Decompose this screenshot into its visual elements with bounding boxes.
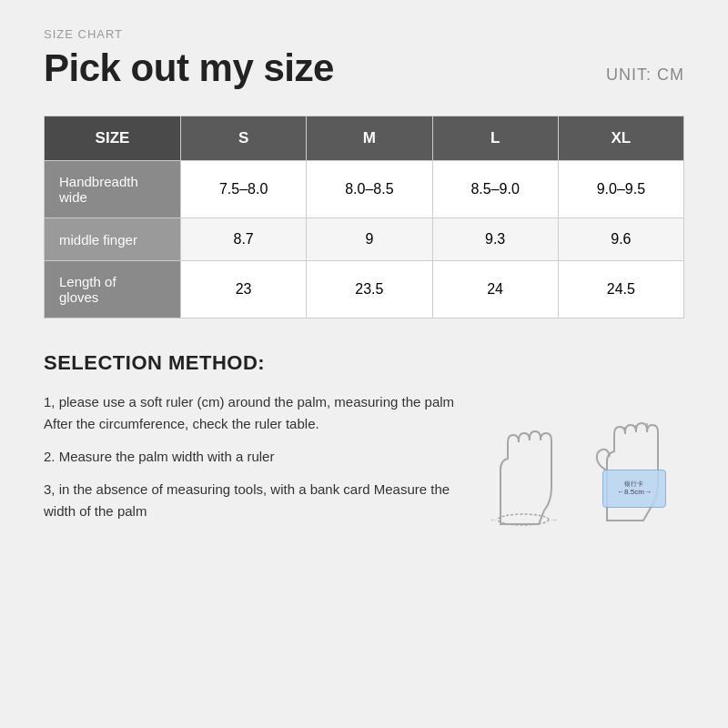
page-title: Pick out my size — [44, 46, 334, 90]
glove-card-wrapper: 银行卡←8.5cm→ — [584, 411, 684, 533]
step-2: 2. Measure the palm width with a ruler — [44, 446, 455, 468]
glove-circumference-icon: ← → — [473, 415, 573, 533]
bank-card: 银行卡←8.5cm→ — [602, 470, 666, 508]
size-table: SIZE S M L XL Handbreadthwide 7.5–8.0 8.… — [44, 116, 684, 318]
cell-handbreadth-xl: 9.0–9.5 — [558, 161, 683, 218]
cell-middle-s: 8.7 — [181, 218, 307, 261]
cell-length-l: 24 — [432, 261, 558, 318]
row-label-handbreadth: Handbreadthwide — [45, 161, 181, 218]
row-label-length: Length ofgloves — [45, 261, 181, 318]
cell-handbreadth-s: 7.5–8.0 — [181, 161, 307, 218]
col-l: L — [432, 116, 558, 161]
cell-handbreadth-m: 8.0–8.5 — [307, 161, 432, 218]
cell-length-xl: 24.5 — [558, 261, 683, 318]
glove-illustration: ← → — [473, 411, 684, 533]
cell-middle-xl: 9.6 — [558, 218, 683, 261]
cell-handbreadth-l: 8.5–9.0 — [432, 161, 558, 218]
svg-text:→: → — [550, 515, 558, 524]
instructions-text: 1, please use a soft ruler (cm) around t… — [44, 391, 455, 533]
bottom-section: 1, please use a soft ruler (cm) around t… — [44, 391, 684, 533]
table-row: Handbreadthwide 7.5–8.0 8.0–8.5 8.5–9.0 … — [45, 161, 684, 218]
svg-text:←: ← — [490, 515, 498, 524]
selection-method-section: SELECTION METHOD: 1, please use a soft r… — [44, 351, 684, 533]
cell-length-s: 23 — [181, 261, 307, 318]
header-row: Pick out my size UNIT: CM — [44, 46, 684, 90]
row-label-middle-finger: middle finger — [45, 218, 181, 261]
table-row: middle finger 8.7 9 9.3 9.6 — [45, 218, 684, 261]
size-chart-label-wrapper: SIZE CHART Pick out my size UNIT: CM — [44, 27, 684, 90]
unit-label: UNIT: CM — [606, 66, 684, 90]
instructions: 1, please use a soft ruler (cm) around t… — [44, 391, 455, 522]
table-header-row: SIZE S M L XL — [45, 116, 684, 161]
col-size: SIZE — [45, 116, 181, 161]
table-row: Length ofgloves 23 23.5 24 24.5 — [45, 261, 684, 318]
step-1: 1, please use a soft ruler (cm) around t… — [44, 391, 455, 435]
selection-title: SELECTION METHOD: — [44, 351, 684, 375]
cell-length-m: 23.5 — [307, 261, 432, 318]
col-m: M — [307, 116, 432, 161]
cell-middle-l: 9.3 — [432, 218, 558, 261]
bank-card-text: 银行卡←8.5cm→ — [617, 480, 652, 497]
cell-middle-m: 9 — [307, 218, 432, 261]
step-3: 3, in the absence of measuring tools, wi… — [44, 479, 455, 522]
col-xl: XL — [558, 116, 683, 161]
page-container: SIZE CHART Pick out my size UNIT: CM SIZ… — [0, 0, 728, 728]
col-s: S — [181, 116, 307, 161]
size-chart-label: SIZE CHART — [44, 27, 684, 41]
